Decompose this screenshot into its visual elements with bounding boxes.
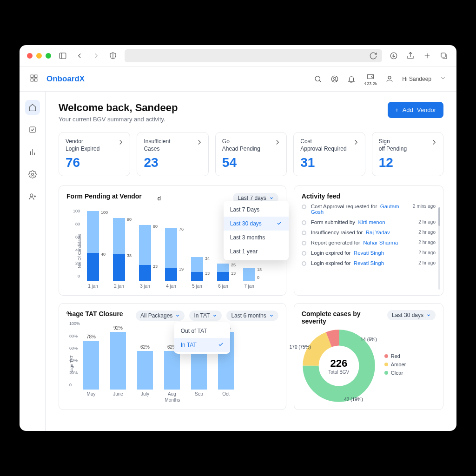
sidebar-toggle-icon[interactable] <box>58 51 68 61</box>
tat-scope-filter[interactable]: In TAT <box>189 311 222 321</box>
summary-card-0[interactable]: VendorLogin Expired 76 <box>59 132 130 176</box>
summary-card-label: InsufficientCases <box>144 138 201 152</box>
brand-logo[interactable]: OnboardX <box>46 74 85 84</box>
scrollbar[interactable] <box>438 207 440 290</box>
dropdown-option[interactable]: Last 30 days <box>224 217 289 231</box>
feed-link[interactable]: Kirti menon <box>358 219 385 225</box>
feed-item[interactable]: Login expired for Revati Singh 2 hr ago <box>302 260 436 266</box>
donut-label-red: 14 (6%) <box>361 337 377 342</box>
nav-settings[interactable] <box>25 167 40 182</box>
bullet-icon <box>302 241 306 245</box>
bullet-icon <box>302 231 306 235</box>
chart2-col-3: 62% Aug <box>164 351 180 397</box>
forward-icon[interactable] <box>91 51 101 61</box>
svg-point-18 <box>388 76 391 79</box>
summary-card-3[interactable]: CostApproval Required 31 <box>293 132 365 176</box>
summary-card-value: 76 <box>66 155 123 170</box>
chart1-col-5: 13 25 6 jan <box>213 264 233 289</box>
wallet-balance[interactable]: ₹23.2k <box>364 72 377 86</box>
dropdown-option[interactable]: Last 3 months <box>224 231 289 245</box>
checkbox-icon <box>28 126 37 134</box>
chart1-col-1: 38 90 2 jan <box>109 218 129 289</box>
user-greeting[interactable]: Hi Sandeep <box>402 76 431 82</box>
bell-icon[interactable] <box>347 75 356 83</box>
chevron-right-icon <box>195 138 204 148</box>
window-controls <box>27 53 51 59</box>
feed-link[interactable]: Nahar Sharma <box>363 240 398 245</box>
svg-rect-9 <box>31 75 33 77</box>
svg-rect-10 <box>35 75 37 77</box>
summary-card-2[interactable]: GoAhead Pending 54 <box>215 132 287 176</box>
severity-range-filter[interactable]: Last 30 days <box>387 310 436 320</box>
feed-link[interactable]: Gautam Gosh <box>311 204 399 215</box>
account-circle-icon[interactable] <box>331 75 339 83</box>
home-icon <box>28 103 37 112</box>
summary-card-4[interactable]: Signoff Pending 12 <box>372 132 443 176</box>
gear-icon <box>28 170 37 178</box>
new-tab-icon[interactable] <box>422 51 432 61</box>
svg-rect-17 <box>368 74 374 79</box>
add-vendor-button[interactable]: + Add Vendor <box>388 102 443 118</box>
search-icon[interactable] <box>314 75 322 83</box>
nav-add-user[interactable] <box>25 189 40 204</box>
donut-label-clear: 170 (75%) <box>290 344 311 350</box>
feed-link[interactable]: Raj Yadav <box>366 230 390 235</box>
tat-chart: %age TAT 100%80%60%40%20%0 78% May 92% J… <box>66 321 278 397</box>
feed-item[interactable]: Cost Approval requested for Gautam Gosh … <box>302 204 436 215</box>
summary-card-1[interactable]: InsufficientCases 23 <box>137 132 208 176</box>
back-icon[interactable] <box>74 51 85 61</box>
dropdown-option[interactable]: In TAT <box>174 338 230 352</box>
share-icon[interactable] <box>405 51 416 61</box>
chevron-right-icon <box>430 138 438 148</box>
chevron-right-icon <box>273 138 282 148</box>
summary-card-label: CostApproval Required <box>300 138 358 152</box>
chart2-col-0: 78% May <box>83 341 99 397</box>
severity-donut: 226 Total BGV 14 (6%) 42 (19%) 170 (75%) <box>302 329 376 403</box>
feed-item[interactable]: Form submitted by Kirti menon 2 hr ago <box>302 219 436 225</box>
feed-link[interactable]: Revati Singh <box>354 260 384 266</box>
dropdown-option[interactable]: Out of TAT <box>174 324 230 338</box>
nav-reports[interactable] <box>25 145 40 159</box>
nav-tasks[interactable] <box>25 122 40 137</box>
maximize-window-icon[interactable] <box>46 53 51 59</box>
user-plus-icon <box>28 192 37 201</box>
activity-feed-panel: Activity feed Cost Approval requested fo… <box>294 185 443 296</box>
feed-item[interactable]: Report generated for Nahar Sharma 2 hr a… <box>302 240 436 245</box>
chart2-y-ticks: 100%80%60%40%20%0 <box>69 321 80 387</box>
dropdown-option[interactable]: Last 1 year <box>224 245 289 258</box>
downloads-icon[interactable] <box>389 51 399 61</box>
feed-item[interactable]: Login expired for Revati Singh 2 hr ago <box>302 250 436 256</box>
bullet-icon <box>302 220 306 225</box>
feed-item[interactable]: Insufficency raised for Raj Yadav 2 hr a… <box>302 230 436 235</box>
page-subtitle: Your current BGV summary and activity. <box>59 116 388 123</box>
severity-total: 226 <box>330 357 347 370</box>
severity-panel: Complete cases by severity Last 30 days <box>294 303 443 410</box>
bullet-icon <box>302 205 306 209</box>
tat-range-filter[interactable]: Last 6 months <box>226 311 278 321</box>
nav-home[interactable] <box>25 100 40 115</box>
apps-grid-icon[interactable] <box>30 74 38 84</box>
summary-card-label: GoAhead Pending <box>222 138 280 152</box>
privacy-shield-icon[interactable] <box>108 51 118 61</box>
summary-card-label: Signoff Pending <box>379 138 436 152</box>
reload-icon[interactable] <box>369 52 377 60</box>
tat-package-filter[interactable]: All Packages <box>136 311 185 321</box>
tat-scope-dropdown[interactable]: Out of TATIn TAT <box>174 322 230 354</box>
svg-rect-12 <box>35 79 37 81</box>
date-range-dropdown[interactable]: Last 7 DaysLast 30 daysLast 3 monthsLast… <box>224 201 289 260</box>
tab-overview-icon[interactable] <box>439 51 449 61</box>
summary-card-value: 12 <box>379 155 436 170</box>
address-bar[interactable] <box>125 49 382 62</box>
svg-point-16 <box>334 77 336 79</box>
severity-title: Complete cases by severity <box>302 310 362 325</box>
tat-title: %age TAT Closure <box>66 310 123 317</box>
feed-time: 2 hr ago <box>418 219 436 225</box>
dropdown-option[interactable]: Last 7 Days <box>224 203 289 217</box>
donut-label-amber: 42 (19%) <box>344 397 363 402</box>
feed-time: 2 hr ago <box>418 240 436 245</box>
minimize-window-icon[interactable] <box>36 53 42 59</box>
feed-link[interactable]: Revati Singh <box>354 250 384 256</box>
close-window-icon[interactable] <box>27 53 33 59</box>
chevron-down-icon[interactable] <box>440 75 446 83</box>
legend-item: Clear <box>384 370 406 376</box>
